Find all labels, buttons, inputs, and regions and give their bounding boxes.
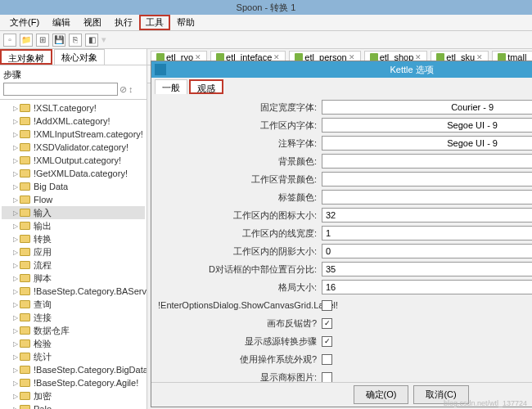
tree-label: 输出 [34,220,52,232]
folder-icon [20,366,30,374]
transform-icon [295,53,303,61]
dialog-icon [155,64,166,75]
tree-label: !BaseStep.Category.BAServer! [34,286,147,296]
font-value[interactable]: Courier - 9 [322,100,532,115]
folder-icon [20,104,30,112]
tab-core-objects[interactable]: 核心对象 [54,49,105,65]
tree-item[interactable]: !BaseStep.Category.Agile! [2,376,145,389]
menu-help[interactable]: 帮助 [170,15,201,30]
close-tab-icon[interactable]: ✕ [476,53,483,61]
font-value[interactable]: Segoe UI - 9 [322,118,532,133]
transform-icon [498,53,506,61]
window-title: Spoon - 转换 1 [0,0,532,15]
tree-label: !XSLT.category! [34,103,97,113]
checkbox[interactable] [322,372,332,383]
folder-icon [20,339,30,348]
tree-item[interactable]: !GetXMLData.category! [2,167,145,180]
dialog-tab-look[interactable]: 观感 [189,79,223,94]
close-tab-icon[interactable]: ✕ [273,53,280,61]
tree-item[interactable]: 加密 [2,389,145,402]
tree-label: 检验 [34,338,52,350]
number-input[interactable]: 35 [322,262,532,276]
number-input[interactable]: 32 [322,208,532,222]
tree-item[interactable]: 应用 [2,245,145,258]
tree-item[interactable]: Flow [2,193,145,206]
tree-label: 查询 [34,299,52,311]
option-label: 工作区内的线宽度: [158,227,322,240]
option-row: 显示感源转换步骤✓ [158,333,532,349]
folder-icon [20,248,30,256]
close-tab-icon[interactable]: ✕ [195,53,201,61]
tree-item[interactable]: !BaseStep.Category.BAServer! [2,285,145,298]
tree-item[interactable]: 查询 [2,298,145,311]
checkbox[interactable] [322,354,332,365]
tree-label: !XSDValidator.category! [34,142,128,152]
tree-item[interactable]: 检验 [2,337,145,350]
number-input[interactable]: 1 [322,226,532,240]
number-input[interactable]: 16 [322,280,532,294]
save-icon[interactable]: 💾 [52,34,65,47]
tree-item[interactable]: !XSDValidator.category! [2,141,145,154]
tree-item[interactable]: 输入 [2,206,145,219]
number-input[interactable]: 0 [322,244,532,258]
tree-item[interactable]: 连接 [2,311,145,324]
menu-run[interactable]: 执行 [108,15,139,30]
option-row: 工作区内字体:Segoe UI - 9✎⟲ [158,117,532,133]
option-label: 固定宽度字体: [158,101,322,114]
checkbox[interactable] [322,300,332,311]
menu-view[interactable]: 视图 [77,15,108,30]
explore-icon[interactable]: ⊞ [36,34,49,47]
option-label: 工作区背景颜色: [158,173,322,186]
expand-icon[interactable]: ↕ [128,84,133,94]
new-icon[interactable]: ▫ [3,34,16,47]
checkbox[interactable]: ✓ [322,318,332,329]
option-row: 工作区背景颜色:✎⟲ [158,171,532,187]
ok-button[interactable]: 确定(O) [354,385,409,404]
tree-item[interactable]: !XMLOutput.category! [2,154,145,167]
option-label: 标签颜色: [158,191,322,204]
dialog-tab-general[interactable]: 一般 [155,79,187,94]
db-icon[interactable]: ◧ [85,34,98,47]
tree-item[interactable]: !AddXML.category! [2,115,145,128]
tree-label: Big Data [34,182,68,191]
option-label: D对话框的中部位置百分比: [158,263,322,276]
tree-item[interactable]: 脚本 [2,272,145,285]
menu-tools[interactable]: 工具 [139,15,170,30]
folder-icon [20,405,30,409]
option-label: 显示商标图片: [158,371,322,383]
tree-label: 流程 [34,259,52,272]
tree-item[interactable]: 输出 [2,219,145,232]
tree-item[interactable]: Palo [2,402,145,409]
steps-label: 步骤 [3,69,143,81]
main-toolbar: ▫ 📁 ⊞ 💾 ⎘ ◧ ▾ [0,31,532,49]
color-value[interactable] [322,154,532,169]
tree-item[interactable]: 转换 [2,232,145,245]
close-tab-icon[interactable]: ✕ [415,53,422,61]
tree-item[interactable]: 流程 [2,258,145,272]
tree-item[interactable]: !XSLT.category! [2,101,145,115]
saveas-icon[interactable]: ⎘ [69,34,82,47]
tree-item[interactable]: Big Data [2,180,145,193]
folder-icon [20,392,30,400]
tree-item[interactable]: 统计 [2,350,145,363]
tree-label: !BaseStep.Category.Agile! [34,378,138,388]
category-tree[interactable]: !XSLT.category!!AddXML.category!!XMLInpu… [0,100,147,409]
menu-edit[interactable]: 编辑 [46,15,77,30]
clear-icon[interactable]: ⊘ [119,84,127,95]
close-tab-icon[interactable]: ✕ [349,53,355,61]
option-row: 固定宽度字体:Courier - 9✎⟲ [158,99,532,115]
color-value[interactable] [322,172,532,187]
tree-item[interactable]: !XMLInputStream.category! [2,128,145,141]
steps-search-input[interactable] [3,83,118,96]
dialog-title: Kettle 选项 [169,64,532,76]
menu-file[interactable]: 文件(F) [3,15,46,30]
color-value[interactable] [322,190,532,204]
font-value[interactable]: Segoe UI - 9 [322,136,532,151]
tree-item[interactable]: 数据仓库 [2,324,145,337]
tree-item[interactable]: !BaseStep.Category.BigData! [2,363,145,376]
open-icon[interactable]: 📁 [20,34,33,47]
tab-main-tree[interactable]: 主对象树 [0,49,52,65]
checkbox[interactable]: ✓ [322,336,332,347]
folder-icon [20,222,30,230]
folder-icon [20,156,30,164]
